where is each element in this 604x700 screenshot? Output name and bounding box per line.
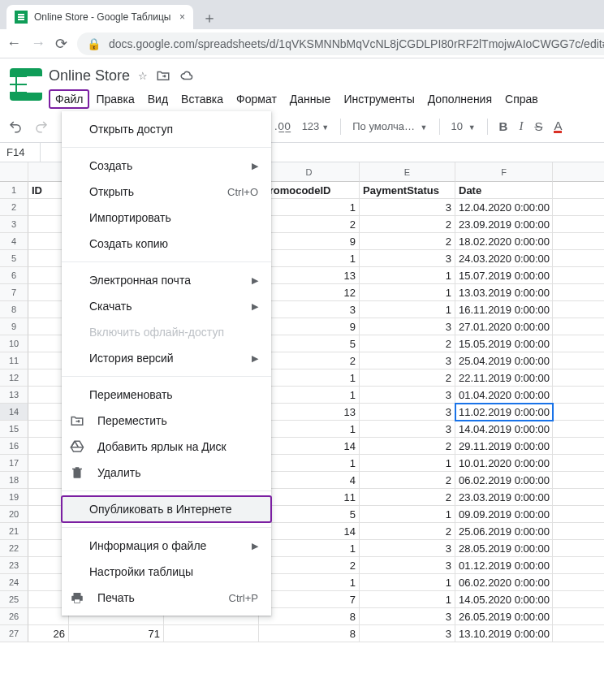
row-header[interactable]: 25	[0, 591, 28, 608]
row-header[interactable]: 21	[0, 523, 28, 540]
redo-button[interactable]	[34, 119, 49, 134]
row-header[interactable]: 15	[0, 421, 28, 438]
cell[interactable]	[553, 523, 604, 540]
cell[interactable]	[553, 284, 604, 301]
row-header[interactable]: 4	[0, 233, 28, 250]
row-header[interactable]: 20	[0, 506, 28, 523]
cell[interactable]: 3	[360, 608, 455, 625]
cell[interactable]: 23.03.2019 0:00:00	[455, 489, 553, 506]
row-header[interactable]: 18	[0, 472, 28, 489]
cell[interactable]: PaymentStatus	[360, 182, 455, 199]
cell[interactable]: 1	[360, 591, 455, 608]
cell[interactable]: 13	[259, 267, 360, 284]
cell[interactable]: 22.11.2019 0:00:00	[455, 369, 553, 387]
cell[interactable]: 2	[360, 233, 455, 250]
menu-item[interactable]: Информация о файле▶	[62, 533, 271, 559]
row-header[interactable]: 11	[0, 352, 28, 369]
row-header[interactable]: 6	[0, 267, 28, 284]
menu-addons[interactable]: Дополнения	[421, 89, 498, 109]
row-header[interactable]: 16	[0, 438, 28, 455]
cell[interactable]: 3	[360, 421, 455, 438]
cell[interactable]	[553, 472, 604, 489]
cell[interactable]: 3	[360, 352, 455, 369]
cell[interactable]	[553, 421, 604, 438]
cell[interactable]: 1	[259, 574, 360, 591]
menu-item[interactable]: Удалить	[62, 460, 271, 486]
menu-item[interactable]: Скачать▶	[62, 293, 271, 319]
cell[interactable]	[553, 199, 604, 216]
row-header[interactable]: 9	[0, 318, 28, 335]
cell[interactable]: 15.07.2019 0:00:00	[455, 267, 553, 284]
menu-file[interactable]: Файл	[49, 89, 89, 109]
cell[interactable]	[553, 387, 604, 404]
cell[interactable]: 9	[259, 318, 360, 335]
menu-insert[interactable]: Вставка	[175, 89, 230, 109]
row-header[interactable]: 14	[0, 404, 28, 421]
menu-format[interactable]: Формат	[230, 89, 283, 109]
browser-tab[interactable]: Online Store - Google Таблицы ×	[6, 5, 193, 29]
cell[interactable]	[553, 335, 604, 352]
menu-item[interactable]: Переместить	[62, 408, 271, 434]
cell[interactable]	[164, 625, 259, 642]
cell[interactable]: 1	[360, 574, 455, 591]
cell[interactable]	[553, 369, 604, 387]
name-box[interactable]: F14	[0, 143, 41, 162]
cell[interactable]	[553, 267, 604, 284]
row-header[interactable]: 13	[0, 387, 28, 404]
strike-button[interactable]: S	[534, 119, 542, 133]
cell[interactable]	[553, 557, 604, 574]
cell[interactable]: 11.02.2019 0:00:00	[455, 404, 553, 421]
menu-edit[interactable]: Правка	[89, 89, 140, 109]
cell[interactable]: 14	[259, 523, 360, 540]
doc-title[interactable]: Online Store	[49, 67, 130, 84]
cell[interactable]: 13.03.2019 0:00:00	[455, 284, 553, 301]
row-header[interactable]: 10	[0, 335, 28, 352]
cell[interactable]: 2	[360, 523, 455, 540]
row-header[interactable]: 24	[0, 574, 28, 591]
bold-button[interactable]: B	[499, 119, 508, 133]
row-header[interactable]: 5	[0, 250, 28, 267]
menu-item[interactable]: ОткрытьCtrl+O	[62, 179, 271, 205]
cell[interactable]: 06.02.2020 0:00:00	[455, 574, 553, 591]
cell[interactable]: 2	[360, 335, 455, 352]
text-color-button[interactable]: A	[554, 120, 562, 133]
menu-item[interactable]: ПечатьCtrl+P	[62, 585, 271, 611]
menu-item[interactable]: Добавить ярлык на Диск	[62, 434, 271, 460]
cell[interactable]: Date	[455, 182, 553, 199]
cell[interactable]: 27.01.2020 0:00:00	[455, 318, 553, 335]
row-header[interactable]: 26	[0, 608, 28, 625]
cell[interactable]: 1	[259, 369, 360, 387]
menu-item[interactable]: Переименовать	[62, 382, 271, 408]
cell[interactable]	[553, 352, 604, 369]
cell[interactable]	[553, 489, 604, 506]
cell[interactable]: 1	[360, 267, 455, 284]
menu-help[interactable]: Справ	[498, 89, 545, 109]
cell[interactable]: 14	[259, 438, 360, 455]
cell[interactable]: 8	[259, 608, 360, 625]
cell[interactable]: 14.05.2020 0:00:00	[455, 591, 553, 608]
menu-tools[interactable]: Инструменты	[337, 89, 421, 109]
cell[interactable]: 01.04.2020 0:00:00	[455, 387, 553, 404]
reload-button[interactable]: ⟳	[55, 35, 67, 53]
cell[interactable]	[553, 182, 604, 199]
cell[interactable]: 06.02.2019 0:00:00	[455, 472, 553, 489]
cell[interactable]: 2	[259, 216, 360, 233]
cell[interactable]	[553, 506, 604, 523]
cell[interactable]: 3	[360, 387, 455, 404]
row-header[interactable]: 2	[0, 199, 28, 216]
cell[interactable]: 3	[360, 625, 455, 642]
cell[interactable]: 1	[259, 250, 360, 267]
cell[interactable]: 3	[360, 540, 455, 557]
cell[interactable]: 2	[259, 557, 360, 574]
cell[interactable]: 3	[360, 250, 455, 267]
cell[interactable]: 10.01.2020 0:00:00	[455, 455, 553, 472]
cell[interactable]	[553, 301, 604, 318]
row-header[interactable]: 22	[0, 540, 28, 557]
cell[interactable]	[553, 318, 604, 335]
cell[interactable]	[553, 540, 604, 557]
row-header[interactable]: 7	[0, 284, 28, 301]
move-icon[interactable]	[156, 68, 170, 83]
back-button[interactable]: ←	[6, 35, 21, 52]
cloud-icon[interactable]	[179, 68, 195, 83]
cell[interactable]: 3	[259, 301, 360, 318]
